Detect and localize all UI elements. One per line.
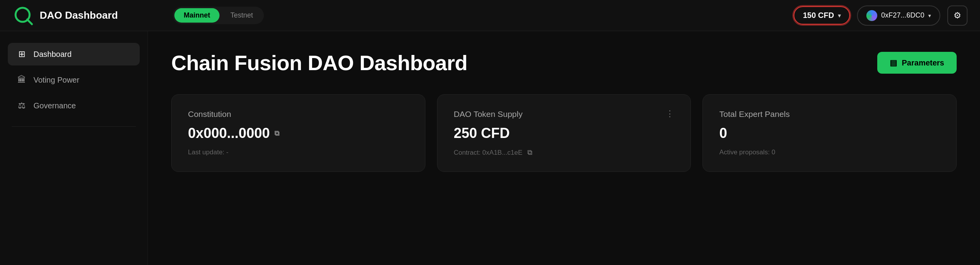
wallet-badge[interactable]: 0xF27...6DC0 ▾	[857, 5, 940, 26]
more-options-icon[interactable]: ⋮	[666, 110, 674, 118]
network-toggle: Mainnet Testnet	[173, 7, 264, 24]
sidebar-label-governance: Governance	[33, 101, 76, 110]
parameters-icon: ▤	[890, 58, 897, 67]
cards-row: Constitution 0x000...0000 ⧉ Last update:…	[171, 94, 957, 172]
dao-token-copy-icon[interactable]: ⧉	[527, 148, 532, 156]
settings-button[interactable]: ⚙	[947, 5, 968, 26]
sidebar: ⊞ Dashboard 🏛 Voting Power ⚖ Governance	[0, 31, 148, 265]
sidebar-label-voting-power: Voting Power	[33, 76, 79, 85]
dao-token-sub: Contract: 0xA1B...c1eE ⧉	[454, 148, 674, 157]
sidebar-item-governance[interactable]: ⚖ Governance	[8, 94, 140, 117]
dao-token-label: DAO Token Supply	[454, 110, 523, 119]
sidebar-label-dashboard: Dashboard	[33, 50, 72, 59]
expert-panels-sub: Active proposals: 0	[719, 148, 940, 156]
main-layout: ⊞ Dashboard 🏛 Voting Power ⚖ Governance …	[0, 31, 980, 265]
sidebar-item-voting-power[interactable]: 🏛 Voting Power	[8, 69, 140, 91]
dao-token-header: DAO Token Supply ⋮	[454, 110, 674, 125]
balance-badge[interactable]: 150 CFD ▾	[794, 6, 850, 25]
voting-power-icon: 🏛	[16, 75, 27, 85]
logo-icon	[12, 5, 34, 26]
expert-panels-label: Total Expert Panels	[719, 110, 940, 119]
header-right: 150 CFD ▾ 0xF27...6DC0 ▾ ⚙	[794, 5, 968, 26]
app-title: DAO Dashboard	[40, 9, 118, 21]
content-header: Chain Fusion DAO Dashboard ▤ Parameters	[171, 51, 957, 75]
logo-area: DAO Dashboard	[12, 5, 145, 26]
wallet-chevron-icon: ▾	[928, 12, 931, 19]
sidebar-item-dashboard[interactable]: ⊞ Dashboard	[8, 43, 140, 65]
wallet-avatar-icon	[866, 10, 877, 21]
dashboard-icon: ⊞	[16, 49, 27, 59]
sidebar-divider	[12, 126, 136, 127]
svg-line-1	[27, 19, 32, 24]
balance-amount: 150 CFD	[803, 11, 834, 20]
balance-chevron-icon: ▾	[838, 12, 841, 19]
page-title: Chain Fusion DAO Dashboard	[171, 51, 467, 75]
card-dao-token-supply: DAO Token Supply ⋮ 250 CFD Contract: 0xA…	[437, 94, 691, 172]
gear-icon: ⚙	[954, 11, 961, 21]
card-total-expert-panels: Total Expert Panels 0 Active proposals: …	[703, 94, 957, 172]
main-content: Chain Fusion DAO Dashboard ▤ Parameters …	[148, 31, 980, 265]
parameters-button[interactable]: ▤ Parameters	[877, 52, 957, 74]
app-header: DAO Dashboard Mainnet Testnet 150 CFD ▾ …	[0, 0, 980, 31]
card-constitution: Constitution 0x000...0000 ⧉ Last update:…	[171, 94, 425, 172]
mainnet-button[interactable]: Mainnet	[174, 8, 220, 23]
constitution-copy-icon[interactable]: ⧉	[274, 129, 279, 138]
wallet-address: 0xF27...6DC0	[881, 11, 924, 19]
parameters-label: Parameters	[902, 58, 944, 67]
dao-token-value: 250 CFD	[454, 125, 674, 141]
constitution-value: 0x000...0000 ⧉	[188, 125, 409, 141]
constitution-label: Constitution	[188, 110, 409, 119]
governance-icon: ⚖	[16, 101, 27, 111]
testnet-button[interactable]: Testnet	[221, 8, 262, 23]
constitution-sub: Last update: -	[188, 148, 409, 156]
expert-panels-value: 0	[719, 125, 940, 141]
